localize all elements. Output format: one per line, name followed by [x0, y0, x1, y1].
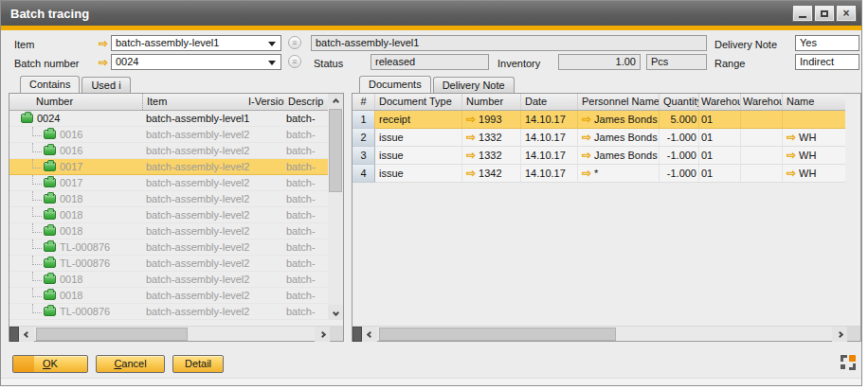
tree-row[interactable]: 0017 batch-assembly-level2 batch- [9, 175, 328, 191]
batch-icon [44, 162, 56, 171]
scrollbar-track[interactable] [377, 327, 832, 341]
document-row[interactable]: 3 issue ⇨1332 14.10.17 ⇨James Bonds -1.0… [353, 147, 845, 165]
splitter-grip[interactable] [9, 327, 19, 342]
tab-contains[interactable]: Contains [20, 76, 80, 93]
scroll-right-button[interactable] [315, 327, 330, 342]
link-arrow-icon[interactable]: ⇨ [582, 115, 591, 124]
quantity-cell: -1.000 [660, 165, 699, 182]
tree-row[interactable]: 0018 batch-assembly-level2 batch- [9, 191, 328, 207]
batch-number-cell: 0018 [60, 272, 82, 287]
accent-bar [1, 26, 861, 30]
tree-row[interactable]: 0018 batch-assembly-level2 batch- [9, 223, 328, 239]
scrollbar-thumb[interactable] [36, 328, 188, 341]
document-row[interactable]: 2 issue ⇨1332 14.10.17 ⇨James Bonds -1.0… [353, 129, 845, 147]
tree-row[interactable]: 0016 batch-assembly-level2 batch- [9, 127, 328, 143]
link-arrow-icon[interactable]: ⇨ [582, 133, 591, 142]
right-horizontal-scrollbar[interactable] [353, 326, 860, 341]
tab-delivery-note[interactable]: Delivery Note [433, 77, 515, 93]
item-cell: batch-assembly-level2 [142, 304, 284, 319]
scroll-right-button[interactable] [832, 327, 847, 342]
gray-square-icon [841, 364, 845, 369]
scrollbar-corner [847, 327, 860, 341]
chevron-left-icon [23, 330, 29, 337]
left-horizontal-scrollbar[interactable] [9, 326, 343, 341]
tree-row[interactable]: 0016 batch-assembly-level2 batch- [9, 143, 328, 159]
choose-from-list-icon[interactable]: ≡ [288, 36, 301, 49]
range-field[interactable]: Indirect [795, 54, 859, 70]
warehouse2-cell [741, 165, 783, 182]
link-arrow-icon[interactable]: ⇨ [582, 151, 591, 160]
tree-row[interactable]: 0018 batch-assembly-level2 batch- [9, 288, 328, 304]
tree-row[interactable]: 0018 batch-assembly-level2 batch- [9, 207, 328, 223]
quantity-cell: 5.000 [660, 111, 699, 128]
link-arrow-icon[interactable]: ⇨ [99, 39, 108, 48]
document-type-cell: receipt [375, 111, 462, 128]
tree-row[interactable]: 0024 batch-assembly-level1 batch- [9, 111, 328, 127]
tree-row[interactable]: TL-000876 batch-assembly-level2 batch- [9, 256, 328, 272]
tab-used-in[interactable]: Used i [81, 77, 130, 93]
tree-row[interactable]: 0018 batch-assembly-level2 batch- [9, 272, 328, 288]
batch-icon [21, 114, 33, 123]
left-vertical-scrollbar[interactable] [328, 94, 343, 320]
delivery-note-label: Delivery Note [714, 38, 777, 51]
cancel-button[interactable]: Cancel [96, 355, 165, 373]
scrollbar-corner [330, 327, 343, 341]
chevron-up-icon [332, 98, 338, 104]
item-cell: batch-assembly-level2 [142, 256, 284, 271]
batch-icon [44, 307, 56, 316]
batch-number-combo[interactable]: 0024 [111, 54, 281, 70]
link-arrow-icon[interactable]: ⇨ [466, 151, 476, 160]
minimize-icon [799, 16, 806, 18]
batch-number-cell: 0018 [60, 288, 82, 303]
column-header-item: Item [142, 94, 244, 110]
documents-table: # Document Type Number Date Personnel Na… [353, 94, 845, 183]
link-arrow-icon[interactable]: ⇨ [787, 168, 796, 178]
splitter-grip[interactable] [353, 327, 362, 342]
scrollbar-thumb[interactable] [329, 109, 342, 192]
tab-documents[interactable]: Documents [359, 76, 431, 93]
scroll-left-button[interactable] [362, 327, 377, 342]
chevron-right-icon [836, 330, 842, 337]
link-arrow-icon[interactable]: ⇨ [582, 168, 591, 178]
link-arrow-icon[interactable]: ⇨ [466, 115, 476, 124]
row-number-cell[interactable]: 4 [353, 165, 375, 183]
name-cell [783, 111, 845, 128]
close-button[interactable]: × [837, 6, 856, 21]
item-cell: batch-assembly-level2 [142, 191, 284, 206]
corner-bracket-icon [841, 355, 847, 362]
item-combo[interactable]: batch-assembly-level1 [111, 35, 281, 51]
scroll-up-button[interactable] [328, 94, 343, 109]
scroll-left-button[interactable] [19, 327, 34, 342]
detail-button[interactable]: Detail [172, 355, 224, 373]
link-arrow-icon[interactable]: ⇨ [99, 58, 108, 67]
titlebar[interactable]: Batch tracing × [1, 1, 861, 26]
row-number-cell[interactable]: 3 [353, 147, 375, 165]
delivery-note-field[interactable]: Yes [795, 35, 859, 51]
status-label: Status [314, 57, 343, 70]
tree-row[interactable]: TL-000876 batch-assembly-level2 batch- [9, 304, 328, 320]
row-number-cell[interactable]: 1 [353, 111, 375, 129]
link-arrow-icon[interactable]: ⇨ [787, 151, 796, 160]
scrollbar-thumb[interactable] [379, 328, 616, 341]
right-panel-tabs: Documents Delivery Note [359, 76, 516, 93]
link-arrow-icon[interactable]: ⇨ [787, 133, 796, 142]
document-row[interactable]: 4 issue ⇨1342 14.10.17 ⇨* -1.000 01 ⇨WH [353, 165, 845, 183]
row-number-cell[interactable]: 2 [353, 129, 375, 147]
document-row-selected[interactable]: 1 receipt ⇨1993 14.10.17 ⇨James Bonds 5.… [353, 111, 845, 129]
personnel-cell: * [594, 165, 598, 182]
link-arrow-icon[interactable]: ⇨ [466, 168, 476, 178]
form-settings-icon[interactable] [841, 355, 856, 370]
choose-from-list-icon[interactable]: ≡ [288, 55, 301, 68]
batch-icon [44, 291, 56, 300]
quantity-cell: -1.000 [660, 147, 699, 164]
maximize-button[interactable] [815, 6, 834, 21]
batch-tree-table: Number Item I-Version Descrip 0024 batch… [9, 94, 328, 320]
scrollbar-track[interactable] [34, 327, 315, 341]
minimize-button[interactable] [793, 6, 812, 21]
scroll-down-button[interactable] [328, 305, 343, 320]
ok-button[interactable]: OK [12, 355, 88, 373]
batch-icon [44, 178, 56, 187]
link-arrow-icon[interactable]: ⇨ [466, 133, 476, 142]
tree-row[interactable]: TL-000876 batch-assembly-level2 batch- [9, 239, 328, 256]
tree-row-selected[interactable]: 0017 batch-assembly-level2 batch- [9, 159, 328, 175]
